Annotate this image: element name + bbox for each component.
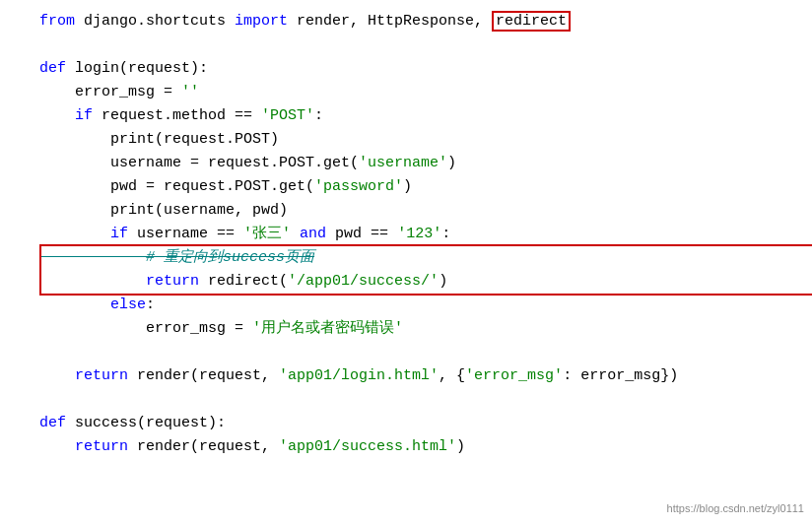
line-content-1: from django.shortcuts import render, Htt… <box>28 10 812 33</box>
comment-redirect: # 重定向到success页面 <box>39 249 314 266</box>
line-content-pwd: pwd = request.POST.get('password') <box>28 175 812 199</box>
keyword-and: and <box>300 226 326 242</box>
line-content-es: error_msg = '用户名或者密码错误' <box>28 317 812 341</box>
keyword-return2: return <box>75 367 128 384</box>
func-name-success: success <box>75 415 137 431</box>
line-content-iu: if username == '张三' and pwd == '123': <box>28 223 812 246</box>
code-line-username: username = request.POST.get('username') <box>0 152 812 175</box>
code-line-return-render: return render(request, 'app01/login.html… <box>0 364 812 388</box>
keyword-import: import <box>235 13 288 30</box>
code-line-empty-1 <box>0 33 812 57</box>
code-line-else: else: <box>0 294 812 317</box>
code-editor: from django.shortcuts import render, Htt… <box>0 0 812 469</box>
line-content-p2: print(username, pwd) <box>28 199 812 223</box>
line-content-rs: return render(request, 'app01/success.ht… <box>28 435 812 459</box>
code-line-1: from django.shortcuts import render, Htt… <box>0 10 812 33</box>
code-line-return-redirect: return redirect('/app01/success/') <box>0 270 812 294</box>
line-content-un: username = request.POST.get('username') <box>28 152 812 175</box>
code-line-return-success: return render(request, 'app01/success.ht… <box>0 435 812 459</box>
code-line-error-str: error_msg = '用户名或者密码错误' <box>0 317 812 341</box>
line-content-e1 <box>28 33 812 57</box>
keyword-def2: def <box>39 415 66 431</box>
func-name-login: login <box>75 60 119 77</box>
line-content-e3 <box>28 388 812 412</box>
line-content-e2 <box>28 341 812 364</box>
code-line-if-user: if username == '张三' and pwd == '123': <box>0 223 812 246</box>
line-content-el: else: <box>28 294 812 317</box>
line-content-p1: print(request.POST) <box>28 128 812 152</box>
code-line-print2: print(username, pwd) <box>0 199 812 223</box>
watermark: https://blog.csdn.net/zyl0111 <box>667 500 804 518</box>
keyword-if2: if <box>110 226 128 242</box>
line-content-ip: if request.method == 'POST': <box>28 104 812 128</box>
keyword-else: else <box>110 296 146 313</box>
code-line-def-login: def login(request): <box>0 57 812 81</box>
line-content-rren: return render(request, 'app01/login.html… <box>28 364 812 388</box>
code-line-if-post: if request.method == 'POST': <box>0 104 812 128</box>
code-line-def-success: def success(request): <box>0 412 812 435</box>
line-content-ds: def success(request): <box>28 412 812 435</box>
keyword-return3: return <box>75 438 128 455</box>
line-content-rr: return redirect('/app01/success/') <box>28 270 812 294</box>
code-line-pwd: pwd = request.POST.get('password') <box>0 175 812 199</box>
line-content-def: def login(request): <box>28 57 812 81</box>
code-line-empty-3 <box>0 388 812 412</box>
code-line-error-msg: error_msg = '' <box>0 81 812 104</box>
code-line-comment: # 重定向到success页面 <box>0 246 812 270</box>
code-line-empty-2 <box>0 341 812 364</box>
line-content-em: error_msg = '' <box>28 81 812 104</box>
keyword-def: def <box>39 60 66 77</box>
code-line-print1: print(request.POST) <box>0 128 812 152</box>
redirect-highlight: redirect <box>492 11 571 32</box>
keyword-if: if <box>75 107 93 124</box>
keyword-from: from <box>39 13 75 30</box>
keyword-return: return <box>146 273 199 290</box>
line-content-com: # 重定向到success页面 <box>28 246 812 270</box>
